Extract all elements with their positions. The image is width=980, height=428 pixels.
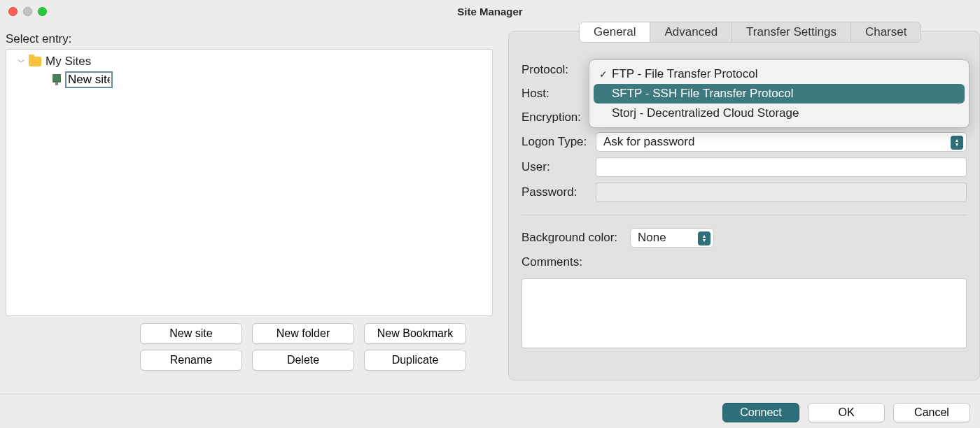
protocol-option-label: SFTP - SSH File Transfer Protocol <box>612 87 793 101</box>
cancel-button[interactable]: Cancel <box>893 403 970 422</box>
right-pane: General Advanced Transfer Settings Chars… <box>498 22 980 393</box>
tab-charset[interactable]: Charset <box>851 22 921 42</box>
background-color-value: None <box>638 231 666 245</box>
site-tree[interactable]: ﹀ My Sites <box>6 49 493 316</box>
logon-type-select[interactable]: Ask for password ▲▼ <box>596 132 967 152</box>
protocol-dropdown-popup[interactable]: ✓ FTP - File Transfer Protocol SFTP - SS… <box>589 59 969 128</box>
tab-advanced[interactable]: Advanced <box>650 22 732 42</box>
comments-textarea[interactable] <box>522 278 967 348</box>
protocol-label: Protocol: <box>522 63 596 77</box>
password-input[interactable] <box>596 183 967 202</box>
protocol-option-label: FTP - File Transfer Protocol <box>612 67 757 81</box>
password-label: Password: <box>522 185 596 199</box>
chevron-down-icon[interactable]: ﹀ <box>18 57 29 67</box>
encryption-label: Encryption: <box>522 110 596 124</box>
footer-separator <box>0 394 980 394</box>
comments-label: Comments: <box>522 255 596 269</box>
left-pane: Select entry: ﹀ My Sites New site New fo… <box>0 22 498 393</box>
new-bookmark-button[interactable]: New Bookmark <box>364 323 466 344</box>
select-chevron-icon: ▲▼ <box>698 231 710 245</box>
select-chevron-icon: ▲▼ <box>951 136 963 150</box>
background-color-select[interactable]: None ▲▼ <box>630 228 714 248</box>
folder-icon <box>29 57 41 66</box>
delete-button[interactable]: Delete <box>252 350 354 371</box>
new-site-button[interactable]: New site <box>140 323 242 344</box>
left-buttons: New site New folder New Bookmark Rename … <box>140 323 493 371</box>
checkmark-icon: ✓ <box>599 69 612 80</box>
separator <box>522 215 967 215</box>
window-title: Site Manager <box>0 6 980 17</box>
protocol-option-label: Storj - Decentralized Cloud Storage <box>612 106 799 120</box>
user-input[interactable] <box>596 157 967 177</box>
protocol-option-storj[interactable]: Storj - Decentralized Cloud Storage <box>594 104 965 123</box>
rename-button[interactable]: Rename <box>140 350 242 371</box>
duplicate-button[interactable]: Duplicate <box>364 350 466 371</box>
tree-folder-row[interactable]: ﹀ My Sites <box>6 52 492 71</box>
tab-transfer-settings[interactable]: Transfer Settings <box>732 22 851 42</box>
protocol-option-sftp[interactable]: SFTP - SSH File Transfer Protocol <box>594 84 965 104</box>
protocol-option-ftp[interactable]: ✓ FTP - File Transfer Protocol <box>594 64 965 84</box>
background-color-label: Background color: <box>522 231 630 245</box>
tab-bar: General Advanced Transfer Settings Chars… <box>579 22 921 43</box>
user-label: User: <box>522 160 596 174</box>
new-folder-button[interactable]: New folder <box>252 323 354 344</box>
title-bar: Site Manager <box>0 0 980 22</box>
folder-label: My Sites <box>46 55 91 69</box>
connect-button[interactable]: Connect <box>722 403 799 422</box>
site-name-input[interactable] <box>65 71 113 88</box>
select-entry-label: Select entry: <box>6 32 493 46</box>
server-icon <box>52 74 61 85</box>
ok-button[interactable]: OK <box>808 403 885 422</box>
tab-general[interactable]: General <box>580 22 650 42</box>
host-label: Host: <box>522 87 596 101</box>
logon-type-label: Logon Type: <box>522 135 596 149</box>
settings-panel: General Advanced Transfer Settings Chars… <box>508 31 980 380</box>
tree-site-row[interactable] <box>6 71 492 89</box>
footer-buttons: Connect OK Cancel <box>722 403 970 422</box>
logon-type-value: Ask for password <box>603 135 694 149</box>
